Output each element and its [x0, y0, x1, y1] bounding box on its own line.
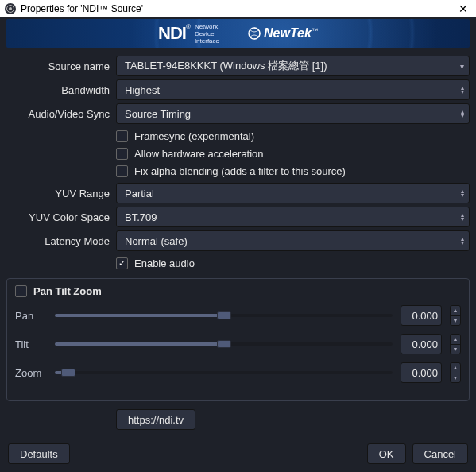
latency-value: Normal (safe): [125, 235, 188, 247]
ndi-subtext: Network Device Interface: [195, 23, 219, 44]
yuv-space-label: YUV Color Space: [6, 211, 110, 223]
source-name-select[interactable]: TABLET-94E8KKKT (Windows 檔案總管 [1]) ▾: [116, 56, 470, 76]
ptz-checkbox[interactable]: [15, 285, 27, 297]
slider-thumb[interactable]: [217, 340, 231, 348]
pan-stepper[interactable]: ▲▼: [450, 305, 461, 326]
fix-alpha-label: Fix alpha blending (adds a filter to thi…: [134, 165, 346, 177]
yuv-range-label: YUV Range: [6, 188, 110, 199]
zoom-stepper[interactable]: ▲▼: [450, 362, 461, 383]
slider-thumb[interactable]: [61, 369, 75, 377]
bandwidth-value: Highest: [125, 84, 160, 96]
updown-icon: ▴▾: [461, 189, 464, 197]
ptz-group: Pan Tilt Zoom Pan 0.000 ▲▼ Tilt 0.000 ▲▼…: [6, 278, 470, 401]
yuv-range-select[interactable]: Partial ▴▾: [116, 183, 470, 203]
enable-audio-checkbox[interactable]: [116, 257, 128, 269]
newtek-logo: NewTek™: [248, 26, 318, 41]
ptz-label: Pan Tilt Zoom: [33, 285, 102, 297]
yuv-space-select[interactable]: BT.709 ▴▾: [116, 207, 470, 227]
zoom-label: Zoom: [15, 367, 47, 379]
slider-thumb[interactable]: [217, 311, 231, 319]
bandwidth-select[interactable]: Highest ▴▾: [116, 79, 470, 100]
updown-icon: ▴▾: [461, 86, 464, 94]
defaults-button[interactable]: Defaults: [8, 443, 70, 464]
updown-icon: ▴▾: [461, 213, 464, 221]
tilt-label: Tilt: [15, 339, 47, 350]
pan-label: Pan: [15, 310, 47, 322]
updown-icon: ▴▾: [461, 110, 464, 118]
tilt-slider[interactable]: [55, 342, 393, 346]
hw-accel-label: Allow hardware acceleration: [134, 148, 264, 160]
ndi-banner: NDI® Network Device Interface NewTek™: [6, 19, 470, 48]
zoom-value[interactable]: 0.000: [401, 362, 442, 383]
ndi-logo: NDI®: [158, 23, 190, 44]
ndi-link-button[interactable]: https://ndi.tv: [116, 409, 195, 430]
window-title: Properties for 'NDI™ Source': [21, 3, 455, 14]
tilt-value[interactable]: 0.000: [401, 334, 442, 354]
cancel-button[interactable]: Cancel: [412, 443, 468, 464]
hw-accel-checkbox[interactable]: [116, 148, 128, 160]
yuv-space-value: BT.709: [125, 211, 157, 223]
source-name-value: TABLET-94E8KKKT (Windows 檔案總管 [1]): [125, 59, 327, 73]
title-bar: Properties for 'NDI™ Source' ✕: [0, 0, 476, 17]
framesync-checkbox[interactable]: [116, 130, 128, 142]
updown-icon: ▴▾: [461, 237, 464, 245]
zoom-slider[interactable]: [55, 371, 393, 374]
svg-point-1: [9, 7, 12, 10]
bandwidth-label: Bandwidth: [6, 84, 110, 96]
av-sync-value: Source Timing: [125, 108, 191, 120]
av-sync-label: Audio/Video Sync: [6, 108, 110, 120]
fix-alpha-checkbox[interactable]: [116, 165, 128, 177]
ok-button[interactable]: OK: [367, 443, 406, 464]
latency-label: Latency Mode: [6, 235, 110, 247]
yuv-range-value: Partial: [125, 188, 154, 199]
source-name-label: Source name: [6, 60, 110, 72]
tilt-stepper[interactable]: ▲▼: [450, 334, 461, 354]
av-sync-select[interactable]: Source Timing ▴▾: [116, 103, 470, 124]
pan-slider[interactable]: [55, 314, 393, 317]
framesync-label: Framesync (experimental): [134, 130, 254, 142]
chevron-down-icon: ▾: [460, 64, 464, 68]
enable-audio-label: Enable audio: [134, 257, 195, 269]
obs-icon: [5, 3, 16, 14]
pan-value[interactable]: 0.000: [401, 305, 442, 326]
latency-select[interactable]: Normal (safe) ▴▾: [116, 230, 470, 251]
close-icon[interactable]: ✕: [455, 2, 471, 15]
